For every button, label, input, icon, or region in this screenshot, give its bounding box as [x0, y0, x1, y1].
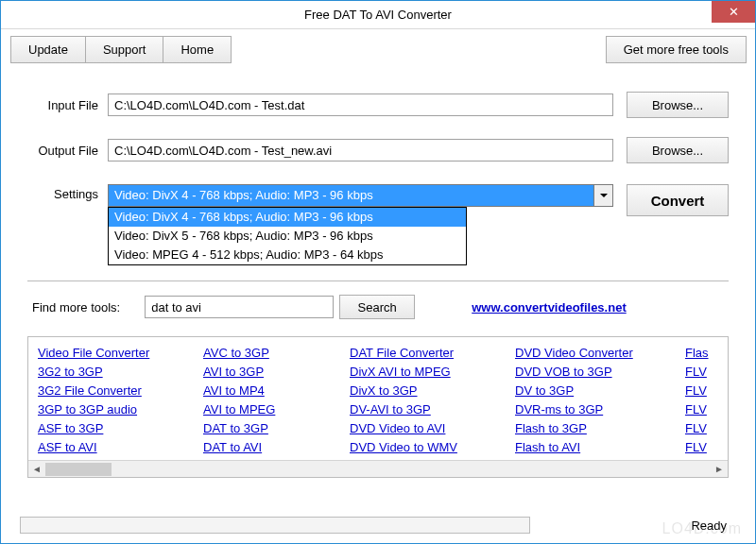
link-item[interactable]: DAT File Converter	[350, 345, 515, 362]
link-item[interactable]: 3GP to 3GP audio	[38, 401, 203, 418]
link-item[interactable]: DivX to 3GP	[350, 382, 515, 400]
toolbar: Update Support Home Get more free tools	[1, 29, 755, 63]
find-tools-label: Find more tools:	[32, 300, 120, 314]
link-item[interactable]: FLV	[685, 364, 723, 381]
content-area: Input File Browse... Output File Browse.…	[1, 63, 755, 478]
more-tools-button[interactable]: Get more free tools	[606, 36, 747, 63]
output-file-label: Output File	[27, 144, 108, 158]
link-item[interactable]: DVD Video Converter	[515, 345, 685, 362]
titlebar: Free DAT To AVI Converter ✕	[1, 1, 755, 29]
link-item[interactable]: DV to 3GP	[515, 382, 685, 400]
links-panel: Video File ConverterAVC to 3GPDAT File C…	[27, 336, 729, 478]
site-link[interactable]: www.convertvideofiles.net	[472, 300, 627, 314]
find-tools-row: Find more tools: Search www.convertvideo…	[32, 295, 729, 319]
window-title: Free DAT To AVI Converter	[304, 8, 452, 22]
browse-output-button[interactable]: Browse...	[627, 137, 729, 163]
settings-label: Settings	[27, 184, 108, 201]
toolbar-left: Update Support Home	[10, 36, 231, 63]
link-item[interactable]: DVD Video to WMV	[350, 439, 515, 456]
status-bar: Ready	[20, 517, 736, 534]
input-file-label: Input File	[27, 98, 108, 112]
settings-selected-display[interactable]: Video: DivX 4 - 768 kbps; Audio: MP3 - 9…	[108, 184, 613, 207]
convert-button[interactable]: Convert	[627, 184, 729, 216]
progress-bar	[20, 517, 530, 534]
link-item[interactable]: DV-AVI to 3GP	[350, 401, 515, 418]
settings-selected-text: Video: DivX 4 - 768 kbps; Audio: MP3 - 9…	[114, 188, 373, 202]
close-button[interactable]: ✕	[712, 1, 755, 23]
settings-row: Settings Video: DivX 4 - 768 kbps; Audio…	[27, 184, 729, 216]
settings-dropdown-list: Video: DivX 4 - 768 kbps; Audio: MP3 - 9…	[108, 207, 467, 265]
close-icon: ✕	[729, 5, 739, 19]
settings-option-0[interactable]: Video: DivX 4 - 768 kbps; Audio: MP3 - 9…	[109, 208, 466, 227]
input-file-field[interactable]	[108, 94, 613, 116]
link-item[interactable]: AVI to MPEG	[203, 401, 350, 418]
output-file-row: Output File Browse...	[27, 137, 729, 163]
links-grid: Video File ConverterAVC to 3GPDAT File C…	[28, 337, 728, 464]
app-window: Free DAT To AVI Converter ✕ Update Suppo…	[0, 0, 756, 544]
link-item[interactable]: Flas	[685, 345, 723, 362]
chevron-down-icon[interactable]	[593, 185, 612, 206]
link-item[interactable]: Flash to 3GP	[515, 420, 685, 437]
scroll-thumb[interactable]	[45, 463, 112, 476]
link-item[interactable]: DAT to 3GP	[203, 420, 350, 437]
link-item[interactable]: DVD Video to AVI	[350, 420, 515, 437]
link-item[interactable]: DivX AVI to MPEG	[350, 364, 515, 381]
update-button[interactable]: Update	[10, 36, 86, 63]
settings-dropdown[interactable]: Video: DivX 4 - 768 kbps; Audio: MP3 - 9…	[108, 184, 613, 207]
link-item[interactable]: AVC to 3GP	[203, 345, 350, 362]
browse-input-button[interactable]: Browse...	[627, 92, 729, 118]
settings-option-1[interactable]: Video: DivX 5 - 768 kbps; Audio: MP3 - 9…	[109, 227, 466, 246]
scroll-right-icon[interactable]: ►	[711, 461, 728, 478]
separator	[27, 280, 729, 281]
link-item[interactable]: 3G2 File Converter	[38, 382, 203, 400]
watermark: LO4D.com	[662, 520, 742, 537]
home-button[interactable]: Home	[163, 36, 232, 63]
link-item[interactable]: AVI to 3GP	[203, 364, 350, 381]
find-tools-input[interactable]	[145, 296, 334, 318]
link-item[interactable]: ASF to 3GP	[38, 420, 203, 437]
link-item[interactable]: DVR-ms to 3GP	[515, 401, 685, 418]
link-item[interactable]: 3G2 to 3GP	[38, 364, 203, 381]
scroll-left-icon[interactable]: ◄	[28, 461, 45, 478]
link-item[interactable]: DAT to AVI	[203, 439, 350, 456]
link-item[interactable]: Flash to AVI	[515, 439, 685, 456]
link-item[interactable]: DVD VOB to 3GP	[515, 364, 685, 381]
link-item[interactable]: FLV	[685, 382, 723, 400]
link-item[interactable]: Video File Converter	[38, 345, 203, 362]
output-file-field[interactable]	[108, 139, 613, 162]
link-item[interactable]: AVI to MP4	[203, 382, 350, 400]
input-file-row: Input File Browse...	[27, 92, 729, 118]
link-item[interactable]: ASF to AVI	[38, 439, 203, 456]
link-item[interactable]: FLV	[685, 401, 723, 418]
link-item[interactable]: FLV	[685, 439, 723, 456]
link-item[interactable]: FLV	[685, 420, 723, 437]
search-button[interactable]: Search	[339, 295, 415, 319]
support-button[interactable]: Support	[85, 36, 164, 63]
settings-option-2[interactable]: Video: MPEG 4 - 512 kbps; Audio: MP3 - 6…	[109, 246, 466, 264]
horizontal-scrollbar[interactable]: ◄ ►	[28, 460, 728, 477]
